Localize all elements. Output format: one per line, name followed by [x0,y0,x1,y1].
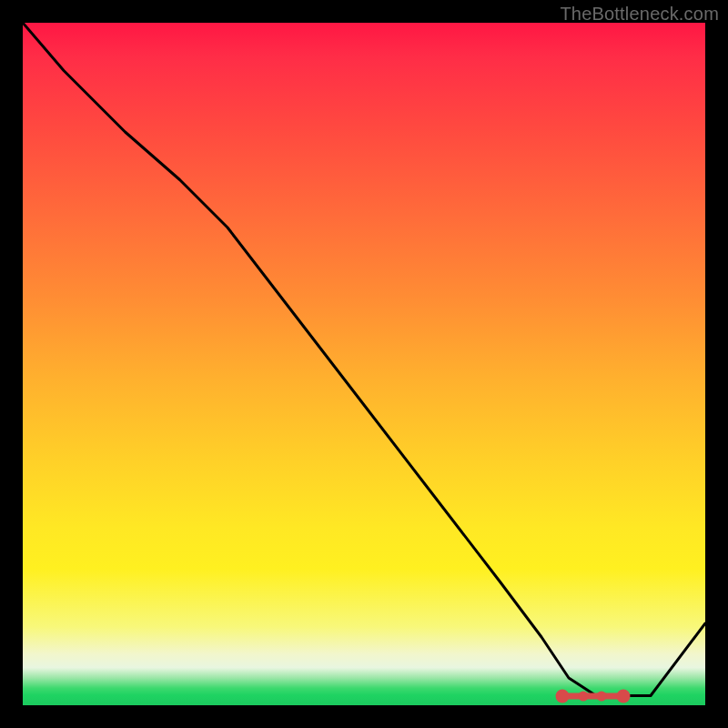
curve-layer [23,23,705,705]
plot-area [23,23,705,705]
sweet-spot-bar [562,693,624,699]
chart-frame: TheBottleneck.com [0,0,728,728]
sweet-spot-start-marker [555,689,569,703]
sweet-spot-dot [579,691,589,701]
attribution-text: TheBottleneck.com [560,4,719,25]
sweet-spot-dot [597,691,607,701]
bottleneck-curve-path [23,23,705,696]
sweet-spot-end-marker [617,689,631,703]
